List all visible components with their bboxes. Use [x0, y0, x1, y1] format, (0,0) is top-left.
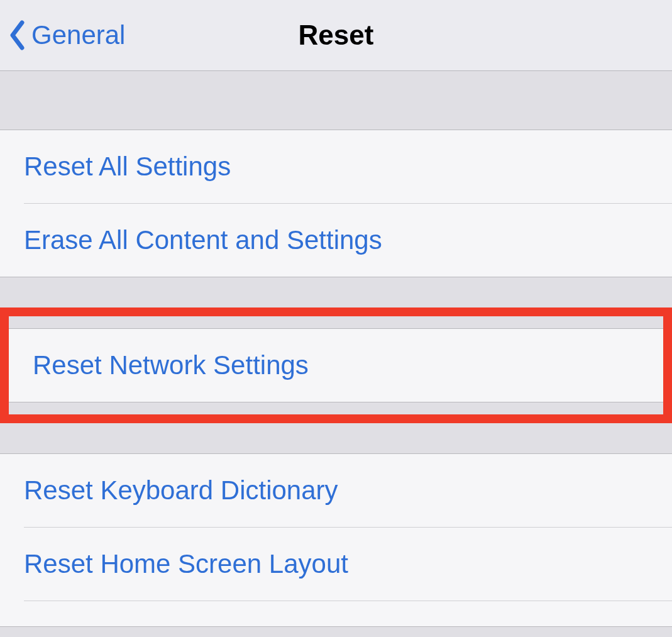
group-bottom-space: [0, 601, 672, 626]
reset-keyboard-dictionary-row[interactable]: Reset Keyboard Dictionary: [0, 454, 672, 527]
page-title: Reset: [299, 19, 374, 51]
row-label: Reset All Settings: [24, 152, 231, 182]
reset-all-settings-row[interactable]: Reset All Settings: [0, 130, 672, 203]
settings-group-1: Reset All Settings Erase All Content and…: [0, 130, 672, 277]
section-spacer: [0, 277, 672, 307]
reset-network-settings-row[interactable]: Reset Network Settings: [9, 329, 663, 402]
row-label: Reset Home Screen Layout: [24, 549, 348, 579]
erase-all-content-row[interactable]: Erase All Content and Settings: [0, 204, 672, 277]
navigation-bar: General Reset: [0, 0, 672, 71]
section-spacer: [0, 423, 672, 453]
back-label: General: [31, 20, 125, 50]
reset-home-screen-layout-row[interactable]: Reset Home Screen Layout: [0, 528, 672, 601]
settings-group-3: Reset Keyboard Dictionary Reset Home Scr…: [0, 453, 672, 627]
row-label: Reset Network Settings: [33, 350, 309, 380]
section-spacer: [0, 71, 672, 130]
row-label: Reset Keyboard Dictionary: [24, 475, 338, 506]
settings-group-2-highlighted: Reset Network Settings: [0, 307, 672, 423]
back-button[interactable]: General: [9, 20, 125, 50]
chevron-left-icon: [9, 20, 25, 50]
row-label: Erase All Content and Settings: [24, 225, 382, 255]
